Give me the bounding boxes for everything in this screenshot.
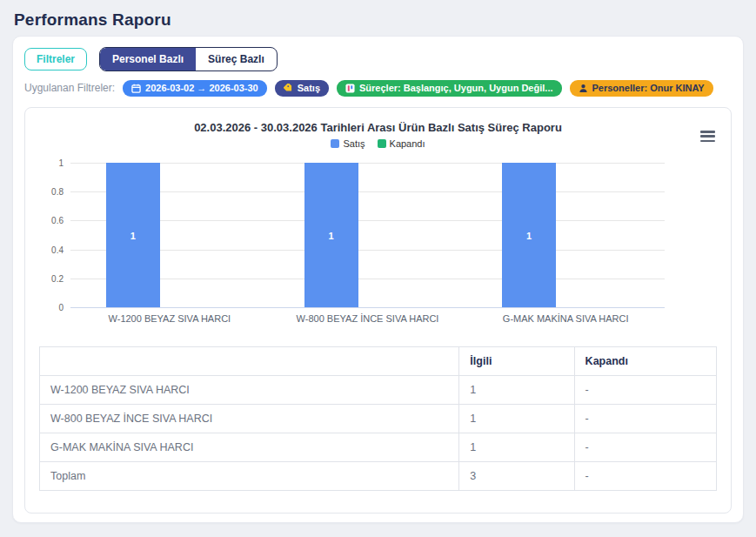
row-kapandi-cell: - xyxy=(574,376,716,405)
x-axis-category-label: G-MAK MAKİNA SIVA HARCI xyxy=(466,313,665,324)
person-icon xyxy=(579,84,588,93)
chart-panel: 02.03.2026 - 30.03.2026 Tarihleri Arası … xyxy=(24,107,732,514)
table-header-cell: İlgili xyxy=(459,347,574,376)
legend-item-kapandı[interactable]: Kapandı xyxy=(378,138,425,149)
table-row: W-1200 BEYAZ SIVA HARCI1- xyxy=(40,376,717,405)
process-icon xyxy=(345,84,355,93)
table-row: G-MAK MAKİNA SIVA HARCI1- xyxy=(40,433,717,462)
row-name-cell: W-1200 BEYAZ SIVA HARCI xyxy=(40,376,459,405)
y-axis-tick-label: 0.8 xyxy=(51,187,64,197)
row-ilgili-cell: 1 xyxy=(459,376,574,405)
page-title: Performans Raporu xyxy=(0,0,756,30)
y-axis-tick-label: 0.6 xyxy=(51,216,64,225)
bar-categories: 111 xyxy=(70,163,665,307)
tab-personel-bazli[interactable]: Personel Bazlı xyxy=(100,48,196,70)
legend-label: Kapandı xyxy=(390,138,425,149)
bar-data-label: 1 xyxy=(106,231,160,241)
table-header-row: İlgiliKapandı xyxy=(40,347,717,376)
table-row: W-800 BEYAZ İNCE SIVA HARCI1- xyxy=(40,405,717,433)
calendar-icon xyxy=(131,84,141,93)
table-header-cell xyxy=(40,347,459,376)
row-ilgili-cell: 3 xyxy=(459,462,574,491)
tab-surec-bazli[interactable]: Süreç Bazlı xyxy=(196,48,277,70)
y-axis-tick-label: 0.4 xyxy=(51,245,64,254)
legend-swatch xyxy=(378,139,386,148)
report-table: İlgiliKapandı W-1200 BEYAZ SIVA HARCI1-W… xyxy=(39,346,717,491)
chart-plot-area: 10.80.60.40.20111 xyxy=(70,163,665,307)
filter-controls-row: Filtreler Personel Bazlı Süreç Bazlı xyxy=(24,47,732,71)
gridline xyxy=(70,307,665,308)
bar-satış[interactable]: 1 xyxy=(304,163,358,307)
chart-x-axis-labels: W-1200 BEYAZ SIVA HARCIW-800 BEYAZ İNCE … xyxy=(70,313,665,324)
bar-data-label: 1 xyxy=(502,231,556,241)
table-body: W-1200 BEYAZ SIVA HARCI1-W-800 BEYAZ İNC… xyxy=(40,376,717,491)
row-name-cell: W-800 BEYAZ İNCE SIVA HARCI xyxy=(40,405,459,433)
row-ilgili-cell: 1 xyxy=(459,433,574,462)
y-axis-tick-label: 1 xyxy=(58,158,64,168)
personnel-badge-label: Personeller: Onur KINAY xyxy=(592,83,705,94)
report-mode-tabs: Personel Bazlı Süreç Bazlı xyxy=(99,47,278,71)
hamburger-menu-icon[interactable] xyxy=(700,131,715,142)
row-kapandi-cell: - xyxy=(574,433,716,462)
category-slot: 1 xyxy=(70,163,269,307)
chart-title: 02.03.2026 - 30.03.2026 Tarihleri Arası … xyxy=(39,121,717,134)
x-axis-category-label: W-800 BEYAZ İNCE SIVA HARCI xyxy=(269,313,467,324)
row-ilgili-cell: 1 xyxy=(459,405,574,433)
applied-filters-label: Uygulanan Filtreler: xyxy=(24,82,115,94)
sale-type-badge-label: Satış xyxy=(298,83,320,94)
legend-item-satış[interactable]: Satış xyxy=(331,138,365,149)
category-slot: 1 xyxy=(269,163,467,307)
processes-badge: Süreçler: Başlangıç, Uygun, Uygun Değil.… xyxy=(337,80,562,97)
personnel-badge: Personeller: Onur KINAY xyxy=(570,80,713,97)
row-name-cell: G-MAK MAKİNA SIVA HARCI xyxy=(40,433,459,462)
report-card: Filtreler Personel Bazlı Süreç Bazlı Uyg… xyxy=(12,36,744,523)
chart-legend: SatışKapandı xyxy=(39,138,717,149)
bar-satış[interactable]: 1 xyxy=(106,163,160,307)
row-kapandi-cell: - xyxy=(574,462,716,491)
row-kapandi-cell: - xyxy=(574,405,716,433)
filters-button[interactable]: Filtreler xyxy=(24,48,87,70)
table-header-cell: Kapandı xyxy=(574,347,716,376)
legend-swatch xyxy=(331,139,339,148)
category-slot: 1 xyxy=(466,163,665,307)
processes-badge-label: Süreçler: Başlangıç, Uygun, Uygun Değil.… xyxy=(359,83,553,94)
x-axis-category-label: W-1200 BEYAZ SIVA HARCI xyxy=(70,313,269,324)
date-range-badge-label: 2026-03-02 → 2026-03-30 xyxy=(145,83,258,94)
row-name-cell: Toplam xyxy=(40,462,459,491)
applied-filters-row: Uygulanan Filtreler: 2026-03-02 → 2026-0… xyxy=(24,79,732,97)
bar-data-label: 1 xyxy=(304,231,358,241)
tag-icon xyxy=(284,84,293,93)
y-axis-tick-label: 0.2 xyxy=(51,273,64,283)
bar-satış[interactable]: 1 xyxy=(502,163,556,307)
sale-type-badge: Satış xyxy=(275,80,329,97)
date-range-badge: 2026-03-02 → 2026-03-30 xyxy=(123,80,267,97)
y-axis-tick-label: 0 xyxy=(58,303,64,312)
table-row: Toplam3- xyxy=(40,462,717,491)
legend-label: Satış xyxy=(343,138,365,149)
